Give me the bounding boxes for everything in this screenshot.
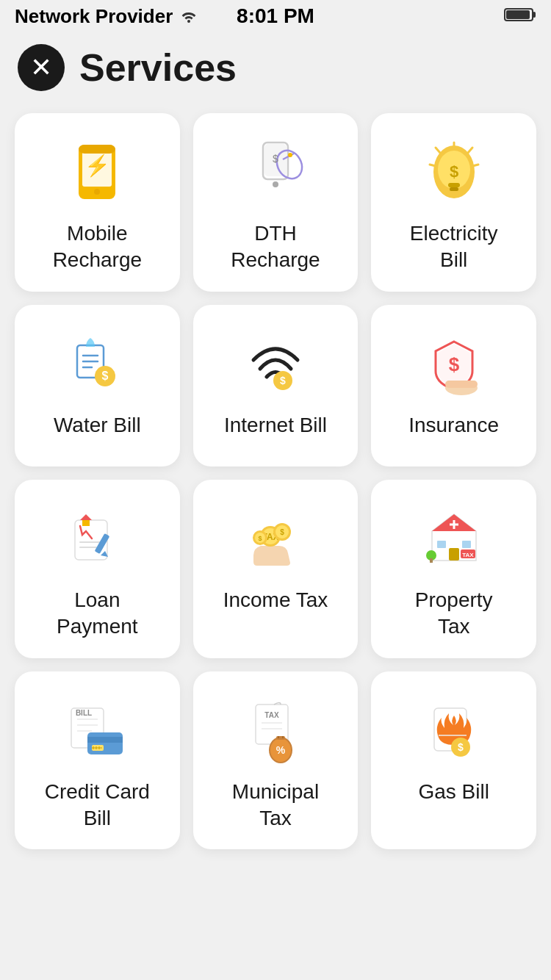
svg-text:$: $ — [458, 741, 464, 753]
svg-rect-2 — [506, 10, 530, 19]
battery-icon — [504, 5, 536, 28]
loan-payment-icon — [60, 502, 134, 575]
header: ✕ Services — [0, 32, 551, 106]
credit-card-bill-icon: BILL — [60, 693, 134, 767]
service-card-credit-card-bill[interactable]: BILL Credit CardBill — [15, 671, 180, 850]
dth-recharge-icon: $ — [239, 135, 312, 209]
gas-bill-icon: $ — [417, 693, 491, 767]
internet-bill-icon: $ — [239, 327, 312, 400]
svg-rect-62 — [430, 558, 433, 563]
service-card-gas-bill[interactable]: $ Gas Bill — [371, 671, 536, 850]
electricity-bill-label: ElectricityBill — [410, 220, 498, 274]
svg-text:$: $ — [280, 528, 284, 536]
svg-rect-35 — [445, 381, 478, 388]
svg-rect-69 — [87, 737, 123, 743]
svg-text:TAX: TAX — [264, 711, 279, 719]
wifi-icon — [179, 5, 199, 28]
water-bill-label: Water Bill — [54, 412, 141, 439]
svg-text:$: $ — [273, 153, 278, 165]
municipal-tax-label: MunicipalTax — [232, 779, 319, 832]
carrier-area: Network Provider — [15, 5, 199, 28]
electricity-bill-icon: $ — [417, 135, 491, 209]
svg-text:$: $ — [102, 370, 109, 382]
service-card-internet-bill[interactable]: $ Internet Bill — [193, 305, 359, 466]
service-card-electricity-bill[interactable]: $ ElectricityBill — [371, 113, 536, 292]
svg-rect-57 — [462, 541, 471, 548]
svg-text:BILL: BILL — [76, 709, 92, 717]
income-tax-icon: TAX $ $ — [239, 502, 312, 575]
service-card-municipal-tax[interactable]: TAX % MunicipalTax — [193, 671, 359, 850]
svg-rect-5 — [79, 145, 115, 154]
water-bill-icon: $ — [60, 327, 134, 400]
svg-rect-68 — [87, 732, 123, 754]
status-bar: Network Provider 8:01 PM — [0, 0, 551, 32]
svg-text:$: $ — [258, 535, 262, 542]
property-tax-label: PropertyTax — [415, 587, 493, 641]
mobile-recharge-icon: ⚡ — [60, 135, 134, 209]
svg-line-24 — [430, 165, 436, 166]
loan-payment-label: LoanPayment — [57, 587, 138, 641]
battery-area — [504, 5, 536, 28]
service-card-dth-recharge[interactable]: $ DTHRecharge — [193, 113, 359, 292]
service-card-loan-payment[interactable]: LoanPayment — [15, 480, 180, 658]
svg-text:⚡: ⚡ — [84, 154, 110, 178]
svg-rect-1 — [533, 12, 536, 18]
page-title: Services — [79, 46, 237, 90]
svg-text:$: $ — [450, 162, 458, 181]
svg-line-23 — [472, 165, 478, 166]
svg-line-21 — [468, 148, 472, 153]
svg-rect-17 — [448, 183, 460, 187]
income-tax-label: Income Tax — [223, 587, 328, 613]
svg-point-13 — [288, 153, 292, 157]
internet-bill-label: Internet Bill — [224, 412, 327, 439]
carrier-text: Network Provider — [15, 5, 173, 28]
status-time: 8:01 PM — [237, 4, 314, 28]
close-icon: ✕ — [30, 54, 52, 81]
svg-rect-56 — [437, 541, 446, 548]
services-grid: ⚡ MobileRecharge $ DTHRecharge $ Electri… — [0, 106, 551, 871]
svg-text:%: % — [276, 744, 286, 756]
svg-text:TAX: TAX — [462, 552, 474, 558]
service-card-income-tax[interactable]: TAX $ $ Income Tax — [193, 480, 359, 658]
gas-bill-label: Gas Bill — [418, 779, 489, 805]
service-card-water-bill[interactable]: $ Water Bill — [15, 305, 180, 466]
mobile-recharge-label: MobileRecharge — [53, 220, 142, 274]
svg-marker-39 — [80, 514, 92, 520]
close-button[interactable]: ✕ — [18, 44, 65, 91]
svg-point-10 — [273, 181, 278, 187]
credit-card-bill-label: Credit CardBill — [45, 779, 150, 832]
service-card-property-tax[interactable]: TAX PropertyTax — [371, 480, 536, 658]
svg-rect-58 — [449, 548, 459, 561]
service-card-insurance[interactable]: $ Insurance — [371, 305, 536, 466]
service-card-mobile-recharge[interactable]: ⚡ MobileRecharge — [15, 113, 180, 292]
municipal-tax-icon: TAX % — [239, 693, 312, 767]
svg-rect-18 — [450, 187, 458, 191]
svg-rect-82 — [276, 736, 285, 740]
svg-text:$: $ — [448, 353, 459, 375]
property-tax-icon: TAX — [417, 502, 491, 575]
svg-point-6 — [94, 189, 100, 195]
svg-rect-40 — [82, 520, 90, 526]
insurance-label: Insurance — [408, 412, 499, 439]
insurance-icon: $ — [417, 327, 491, 400]
svg-line-22 — [436, 148, 440, 153]
dth-recharge-label: DTHRecharge — [231, 220, 320, 274]
svg-text:$: $ — [280, 375, 286, 386]
